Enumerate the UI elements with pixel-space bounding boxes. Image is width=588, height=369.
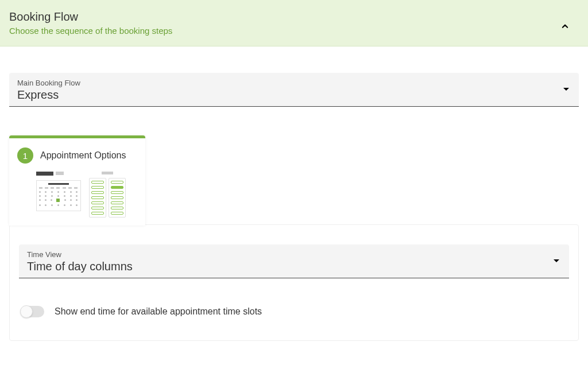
select-label: Main Booking Flow [17,79,571,87]
section-title: Booking Flow [9,10,579,24]
dropdown-arrow-icon [563,87,570,92]
show-end-time-toggle[interactable] [21,306,44,317]
content-area: Main Booking Flow Express 1 Appointment … [0,73,588,341]
dropdown-arrow-icon [553,259,560,263]
section-subtitle: Choose the sequence of the booking steps [9,26,579,36]
collapse-icon[interactable] [559,21,571,32]
select-label: Time View [27,250,561,259]
calendar-preview-icon [36,172,81,211]
time-columns-preview-icon [89,172,126,217]
time-view-select[interactable]: Time View Time of day columns [19,244,569,278]
select-value: Time of day columns [27,260,561,273]
step-preview-image [17,172,137,217]
step-title: Appointment Options [40,150,126,161]
step-header: 1 Appointment Options [17,147,137,164]
step-settings-panel: Time View Time of day columns Show end t… [9,224,579,341]
show-end-time-toggle-row: Show end time for available appointment … [19,306,569,317]
main-booking-flow-select[interactable]: Main Booking Flow Express [9,73,579,107]
step-number-badge: 1 [17,147,33,164]
toggle-label: Show end time for available appointment … [55,306,262,317]
toggle-knob [20,305,33,318]
select-value: Express [17,88,571,102]
step-tab-appointment-options[interactable]: 1 Appointment Options [9,135,145,226]
section-header: Booking Flow Choose the sequence of the … [0,0,588,46]
